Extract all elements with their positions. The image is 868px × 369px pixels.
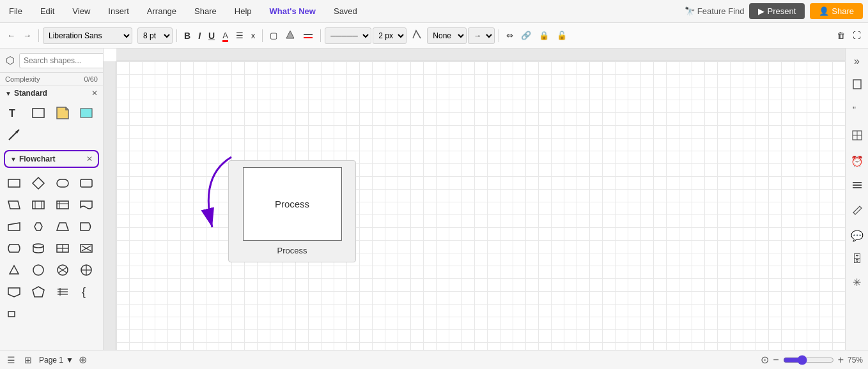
fc-stored-data-shape[interactable] [4, 238, 24, 259]
fc-terminal-shape[interactable] [52, 173, 73, 193]
grid-area[interactable]: Process Process [116, 61, 845, 350]
connection-select[interactable]: NoneArrow [427, 27, 467, 44]
present-button[interactable]: ▶ Present [749, 3, 805, 19]
text-shape[interactable]: T [4, 103, 24, 123]
database-panel-button[interactable]: 🗄 [849, 250, 865, 268]
align-button[interactable]: ☰ [233, 28, 247, 43]
fc-small-rect-shape[interactable] [4, 303, 24, 324]
format-button[interactable]: ⇔ [503, 28, 516, 43]
share-button[interactable]: 👤 Share [810, 3, 863, 19]
shape-search-input[interactable] [19, 53, 104, 68]
fc-list-shape[interactable] [52, 282, 73, 302]
fit-page-button[interactable]: ⊙ [761, 354, 769, 366]
waypoint-button[interactable] [408, 26, 426, 45]
page-info[interactable]: Page 1 ▼ [39, 356, 74, 365]
underline-button[interactable]: U [205, 28, 218, 43]
clock-button[interactable]: ⏰ [848, 152, 867, 170]
sidebar-top: ⬡ 🔍 [0, 49, 103, 73]
close-flowchart-group-button[interactable]: ✕ [86, 154, 93, 163]
line-style-select[interactable]: ───── - - - - [325, 27, 371, 44]
feature-find-button[interactable]: 🔭 Feature Find [685, 6, 745, 16]
italic-button[interactable]: I [195, 28, 204, 43]
line-color-icon [303, 29, 313, 40]
fc-predefined-shape[interactable] [28, 195, 49, 215]
fc-document-shape[interactable] [76, 195, 97, 215]
lock-button[interactable]: 🔒 [536, 28, 552, 43]
fc-circle-shape[interactable] [28, 260, 49, 280]
fc-summing-junction-shape[interactable] [4, 260, 24, 280]
line-color-button[interactable] [300, 27, 316, 44]
strikethrough-button[interactable]: x [248, 28, 259, 43]
shapes-toggle-button[interactable]: ⬡ [4, 52, 17, 68]
menu-whats-new[interactable]: What's New [266, 4, 320, 19]
cyan-rect-shape[interactable] [76, 103, 97, 123]
menu-help[interactable]: Help [231, 4, 256, 19]
menu-view[interactable]: View [68, 4, 94, 19]
fc-pentagon-shape[interactable] [28, 282, 49, 302]
canvas-wrapper[interactable]: Process Process [104, 49, 845, 350]
zoom-out-button[interactable]: − [773, 354, 779, 366]
menu-arrange[interactable]: Arrange [143, 4, 180, 19]
line-width-select[interactable]: 2 px1 px3 px [373, 27, 407, 44]
fc-process-shape[interactable] [4, 173, 24, 193]
quote-button[interactable]: " [848, 101, 866, 121]
menu-insert[interactable]: Insert [104, 4, 133, 19]
link-button[interactable]: 🔗 [518, 28, 534, 43]
fc-preparation-shape[interactable] [28, 216, 49, 237]
quote-icon: " [851, 104, 863, 116]
collapse-panel-button[interactable]: » [851, 52, 863, 70]
svg-rect-47 [853, 80, 861, 89]
rectangle-shape[interactable] [28, 103, 49, 123]
layers-button[interactable] [848, 176, 866, 196]
fc-plus-shape[interactable] [52, 238, 73, 259]
font-color-button[interactable]: A [219, 28, 231, 43]
add-page-button[interactable]: ⊕ [79, 354, 87, 366]
fc-database-shape[interactable] [28, 238, 49, 259]
fullscreen-button[interactable]: ⛶ [849, 28, 864, 43]
svg-rect-17 [57, 201, 68, 209]
fc-alt-process-shape[interactable] [76, 173, 97, 193]
menu-saved[interactable]: Saved [330, 4, 361, 19]
fc-manual-input-shape[interactable] [4, 216, 24, 237]
undo-button[interactable]: ← [4, 28, 19, 43]
fc-curly-brace-shape[interactable]: { [76, 282, 97, 302]
fc-internal-storage-shape[interactable] [52, 195, 73, 215]
fc-merge-shape[interactable] [52, 260, 73, 280]
extras-button[interactable]: ✳ [849, 273, 864, 292]
comment-button[interactable]: 💬 [848, 227, 867, 245]
fc-decision-shape[interactable] [28, 173, 49, 193]
arrow-end-select[interactable]: →▶ [468, 27, 495, 44]
page-icon [851, 79, 863, 90]
font-size-select[interactable]: 8 pt [137, 27, 173, 44]
person-icon: 👤 [819, 6, 829, 16]
menu-edit[interactable]: Edit [36, 4, 58, 19]
menu-file[interactable]: File [5, 4, 26, 19]
menu-share[interactable]: Share [190, 4, 221, 19]
diagonal-arrow-shape[interactable] [4, 124, 24, 145]
fc-delay-shape[interactable] [76, 216, 97, 237]
tooltip-shape-sublabel: Process [277, 246, 307, 255]
close-standard-group-button[interactable]: ✕ [91, 89, 98, 98]
binoculars-icon: 🔭 [685, 6, 695, 16]
page-format-button[interactable] [848, 75, 866, 96]
edit-diagram-button[interactable] [848, 201, 866, 222]
fc-extract-shape[interactable] [76, 260, 97, 280]
note-shape[interactable] [52, 103, 73, 123]
shape-button[interactable]: ▢ [267, 28, 281, 43]
font-family-select[interactable]: Liberation Sans [43, 27, 132, 44]
fc-data-shape[interactable] [4, 195, 24, 215]
fc-loop-limit-shape[interactable] [52, 216, 73, 237]
fill-color-button[interactable] [282, 27, 298, 44]
unlock-button[interactable]: 🔓 [554, 28, 570, 43]
svg-rect-1 [304, 34, 313, 35]
bold-button[interactable]: B [181, 28, 194, 43]
redo-button[interactable]: → [20, 28, 35, 43]
zoom-slider[interactable] [783, 355, 834, 365]
grid-view-button[interactable]: ⊞ [22, 353, 34, 367]
fc-offpage-shape[interactable] [4, 282, 24, 302]
fc-xor-shape[interactable] [76, 238, 97, 259]
delete-button[interactable]: 🗑 [833, 28, 848, 43]
table-button[interactable] [848, 126, 866, 147]
zoom-in-button[interactable]: + [838, 354, 844, 366]
list-view-button[interactable]: ☰ [5, 353, 17, 367]
